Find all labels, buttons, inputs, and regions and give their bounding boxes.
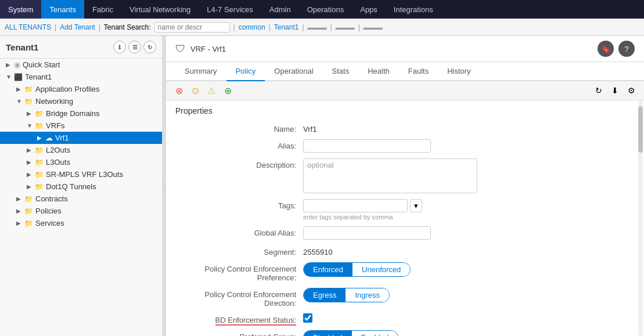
tenant-1-link[interactable]: Tenant1: [274, 23, 299, 31]
sidebar-item-vrfs[interactable]: ▼ 📁 VRFs: [0, 120, 162, 132]
preferred-group-toggle: Disabled Enabled: [303, 330, 398, 336]
scrollbar-track[interactable]: [638, 100, 643, 336]
tags-container: ▾ enter tags separated by comma: [303, 199, 422, 221]
field-alias-row: Alias:: [175, 139, 635, 153]
sidebar-item-dot1q[interactable]: ▶ 📁 Dot1Q Tunnels: [0, 180, 162, 193]
nav-integrations[interactable]: Integrations: [386, 0, 441, 19]
vrfs-label: VRFs: [46, 121, 65, 130]
tenant-search-input[interactable]: [154, 22, 230, 32]
arrow-networking: ▼: [16, 98, 24, 104]
delete-btn[interactable]: ⊗: [172, 84, 186, 97]
sidebar-item-services[interactable]: ▶ 📁 Services: [0, 217, 162, 229]
vrf1-label: Vrf1: [55, 133, 69, 142]
bd-enforcement-checkbox[interactable]: [303, 313, 312, 323]
separator-4: |: [269, 23, 271, 31]
sidebar-item-bridge-domains[interactable]: ▶ 📁 Bridge Domains: [0, 107, 162, 120]
alert-btn[interactable]: ⚠: [204, 84, 218, 97]
quick-start-label: Quick Start: [23, 60, 60, 69]
sidebar-item-contracts[interactable]: ▶ 📁 Contracts: [0, 193, 162, 205]
tags-dropdown-btn[interactable]: ▾: [410, 199, 422, 212]
sidebar-refresh-btn[interactable]: ↻: [143, 41, 156, 53]
field-description-textarea[interactable]: optional: [303, 158, 477, 193]
preferred-group-enabled-btn[interactable]: Enabled: [352, 331, 398, 336]
add-tenant-link[interactable]: Add Tenant: [60, 23, 95, 31]
sidebar-item-l3outs[interactable]: ▶ 📁 L3Outs: [0, 156, 162, 168]
app-profiles-label: Application Profiles: [35, 85, 100, 93]
folder-icon-contracts: 📁: [24, 195, 33, 203]
pced-ingress-btn[interactable]: Ingress: [346, 288, 389, 302]
sidebar-item-tenant1[interactable]: ▼ ⬛ Tenant1: [0, 71, 162, 83]
tenant1-label: Tenant1: [25, 73, 52, 81]
l3outs-label: L3Outs: [46, 158, 70, 167]
tab-faults[interactable]: Faults: [399, 62, 438, 81]
l2outs-label: L2Outs: [46, 146, 70, 154]
add-btn[interactable]: ⊕: [221, 84, 235, 97]
nav-system[interactable]: System: [0, 0, 41, 19]
nav-l4-l7[interactable]: L4-7 Services: [199, 0, 261, 19]
tenant-common-link[interactable]: common: [239, 23, 265, 31]
bd-enforcement-label-text: BD Enforcement Status:: [215, 316, 296, 326]
cloud-icon-vrf1: ☁: [45, 133, 53, 142]
separator-6: |: [330, 23, 332, 31]
field-pced-row: Policy Control Enforcement Direction: Eg…: [175, 288, 635, 308]
sidebar-list-btn[interactable]: ☰: [128, 41, 141, 53]
config-btn[interactable]: ⚙: [624, 84, 638, 97]
arrow-vrf1: ▶: [37, 135, 45, 141]
shield-icon: 🛡: [175, 43, 186, 55]
download-btn[interactable]: ⬇: [608, 84, 622, 97]
nav-fabric[interactable]: Fabric: [84, 0, 121, 19]
folder-icon-tenant1: ⬛: [14, 73, 23, 81]
sidebar-item-networking[interactable]: ▼ 📁 Networking: [0, 95, 162, 107]
top-navigation: System Tenants Fabric Virtual Networking…: [0, 0, 644, 19]
pcep-unenforced-btn[interactable]: Unenforced: [352, 263, 410, 276]
nav-virtual-networking[interactable]: Virtual Networking: [121, 0, 199, 19]
sidebar-info-btn[interactable]: ℹ: [113, 41, 126, 53]
folder-icon-services: 📁: [24, 219, 33, 227]
preferred-group-disabled-btn[interactable]: Disabled: [304, 331, 352, 336]
nav-admin[interactable]: Admin: [261, 0, 299, 19]
help-btn[interactable]: ?: [618, 41, 635, 57]
tenant-extra-1[interactable]: ▬▬▬: [308, 24, 327, 31]
networking-label: Networking: [35, 97, 73, 106]
tenant-search-label: Tenant Search:: [104, 23, 151, 31]
vrf-header-actions: 🔖 ?: [598, 41, 635, 57]
bridge-domains-label: Bridge Domains: [46, 109, 100, 118]
sidebar-item-vrf1[interactable]: ▶ ☁ Vrf1: [0, 132, 162, 144]
refresh-btn[interactable]: ↻: [592, 84, 606, 97]
tab-policy[interactable]: Policy: [226, 62, 265, 81]
all-tenants-link[interactable]: ALL TENANTS: [5, 23, 51, 31]
separator-1: |: [55, 23, 56, 31]
tab-summary[interactable]: Summary: [175, 62, 226, 81]
folder-icon-dot1q: 📁: [35, 183, 44, 191]
arrow-policies: ▶: [16, 208, 24, 214]
sidebar-item-sr-mpls[interactable]: ▶ 📁 SR-MPLS VRF L3Outs: [0, 168, 162, 180]
field-alias-input[interactable]: [303, 139, 431, 153]
toolbar-right: ↻ ⬇ ⚙: [592, 84, 638, 97]
sidebar-item-quick-start[interactable]: ▶ ◉ Quick Start: [0, 59, 162, 71]
vrf-header: 🛡 VRF - Vrf1 🔖 ?: [166, 36, 644, 62]
field-global-alias-input[interactable]: [303, 226, 431, 240]
tenant-extra-3[interactable]: ▬▬▬: [364, 24, 383, 31]
tab-health[interactable]: Health: [358, 62, 399, 81]
tenant-extra-2[interactable]: ▬▬▬: [336, 24, 355, 31]
field-description-row: Description: optional: [175, 158, 635, 193]
pced-toggle-group: Egress Ingress: [303, 288, 390, 302]
pcep-toggle-group: Enforced Unenforced: [303, 262, 411, 277]
main-layout: Tenant1 ℹ ☰ ↻ ▶ ◉ Quick Start ▼ ⬛ Tenant…: [0, 36, 644, 336]
bookmark-btn[interactable]: 🔖: [598, 41, 614, 57]
sidebar-item-application-profiles[interactable]: ▶ 📁 Application Profiles: [0, 83, 162, 95]
sidebar-item-policies[interactable]: ▶ 📁 Policies: [0, 205, 162, 217]
tags-input[interactable]: [303, 199, 408, 212]
nav-tenants[interactable]: Tenants: [41, 0, 84, 19]
warning-btn[interactable]: ⊙: [188, 84, 202, 97]
pcep-enforced-btn[interactable]: Enforced: [304, 263, 352, 276]
tab-history[interactable]: History: [438, 62, 480, 81]
pced-egress-btn[interactable]: Egress: [304, 288, 346, 302]
sidebar-item-l2outs[interactable]: ▶ 📁 L2Outs: [0, 144, 162, 156]
nav-operations[interactable]: Operations: [299, 0, 352, 19]
nav-apps[interactable]: Apps: [352, 0, 386, 19]
alert-icon: ⚠: [207, 85, 215, 96]
tab-operational[interactable]: Operational: [265, 62, 322, 81]
tab-stats[interactable]: Stats: [323, 62, 359, 81]
arrow-services: ▶: [16, 220, 24, 226]
